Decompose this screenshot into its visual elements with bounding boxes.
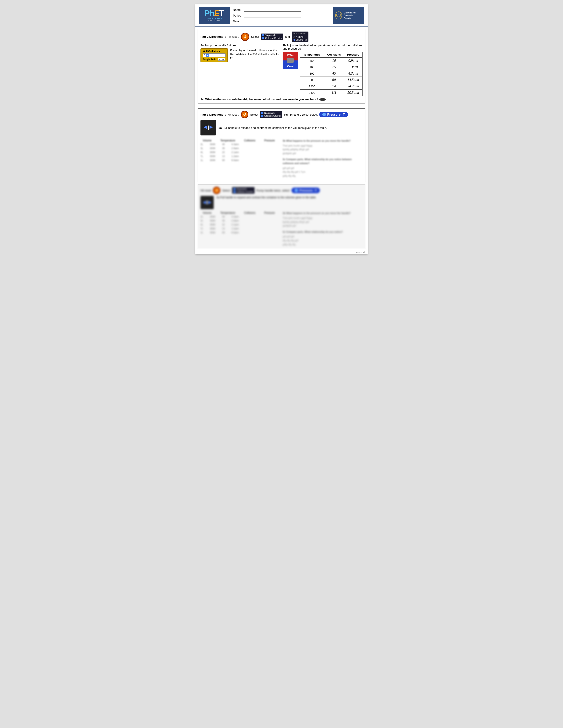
name-label: Name xyxy=(233,8,244,11)
cell-collisions: 45 xyxy=(324,70,344,77)
part2-select-text: Select xyxy=(251,35,259,38)
phet-simulations-label: SIMULATIONS xyxy=(208,20,220,21)
part-2c: 2c. What mathematical relationship betwe… xyxy=(200,98,363,101)
volume-label: Volume (V) xyxy=(296,39,307,41)
cu-emblem: CU xyxy=(335,11,342,19)
heat-label: Heat xyxy=(287,53,294,56)
period-field-row: Period xyxy=(233,13,331,17)
p4-bth-temp: Temperature xyxy=(220,211,235,214)
part3-stopwatch-widget: Stopwatch Collision Counter xyxy=(260,111,283,118)
period-label: Period xyxy=(233,14,244,17)
part2-label: Part 2 Directions xyxy=(200,35,223,38)
cell-pressure: 14.5atm xyxy=(344,77,362,83)
left-arrow-icon: ◀ xyxy=(203,124,207,131)
p4-stopwatch: Stopwatch Collision Counter xyxy=(232,187,254,194)
page: PhET INTERACTIVE SIMULATIONS Name Period… xyxy=(195,4,368,254)
name-input-line[interactable] xyxy=(244,8,302,12)
blurred-row: 4L300K222.1atm xyxy=(200,151,280,154)
p4-bar: I xyxy=(206,199,208,206)
step-3a-label: 3a xyxy=(218,126,222,129)
p4-select-text: Select xyxy=(222,189,230,192)
part3-blurred-content: Volume Temperature Collisions Pressure 2… xyxy=(200,137,363,180)
p4-reset-text: Hit reset xyxy=(200,189,211,192)
cell-temp: 100 xyxy=(300,64,324,70)
nothing-radio[interactable]: Nothing xyxy=(294,36,307,38)
row-2a-2b: 2a Pump the handle 2 times. Wall Collisi… xyxy=(200,44,363,96)
p4-pressure-label: Pressure ↑T xyxy=(300,189,317,192)
p4-blurred-right: 3b What happens to the pressure as you m… xyxy=(283,211,363,246)
section-divider xyxy=(197,106,366,106)
p4-bth-vol: Volume xyxy=(203,211,211,214)
step-2a-label: 2a xyxy=(200,44,203,47)
part4-blurred-content: Hit reset ↺ Select Stopwatch Collision C… xyxy=(200,187,363,246)
cell-pressure: 0.9atm xyxy=(344,58,362,64)
step-2b-label: 2b xyxy=(283,44,286,47)
collision-counter-checkbox[interactable] xyxy=(262,37,264,39)
phet-logo-text: PhET xyxy=(204,9,224,17)
cell-pressure: 4.3atm xyxy=(344,70,362,77)
p4-cc-label: Collision Counter xyxy=(236,191,253,193)
part3-reset-button[interactable]: ↺ xyxy=(241,111,248,118)
blurred-row: 3L300K302.9atm xyxy=(200,147,280,150)
p4-sw-cb[interactable] xyxy=(233,188,235,190)
form-fields: Name Period Date xyxy=(233,7,331,24)
volume-radio-dot xyxy=(294,39,295,41)
heat-cool-widget[interactable]: Heat Cool xyxy=(283,52,298,69)
part3-select-text: Select xyxy=(250,113,258,116)
period-input-line[interactable] xyxy=(244,13,302,17)
p4-cc-cb[interactable] xyxy=(233,191,235,193)
part3-label: Part 3 Directions xyxy=(200,113,223,116)
step-2b-instruction: 2b Adjust to the desired temperatures an… xyxy=(283,44,363,50)
part3-blurred-left: Volume Temperature Collisions Pressure 2… xyxy=(200,139,280,178)
p4-circle-icon xyxy=(295,189,298,192)
nothing-radio-dot xyxy=(294,36,295,38)
col-header-pressure: Pressure xyxy=(344,52,362,58)
blurred-question2: 3c Compare parts. What relationship do y… xyxy=(283,158,363,178)
hold-constant-title: Hold Constant xyxy=(294,32,307,35)
cell-temp: 50 xyxy=(300,58,324,64)
wc-period-value[interactable]: 10 ps xyxy=(218,58,225,61)
step-2b-text: Adjust to the desired temperatures and r… xyxy=(283,44,362,50)
step-2a-text: Pump the handle 2 times. xyxy=(204,44,237,47)
blurred-question1: 3b What happens to the pressure as you m… xyxy=(283,139,363,155)
footer-note: mstmc.pdf xyxy=(197,251,366,253)
phet-interactive-label: INTERACTIVE xyxy=(206,18,222,20)
blurred-row: 7L300K131.2atm xyxy=(200,155,280,158)
date-input-line[interactable] xyxy=(244,19,302,23)
part3-pump-text: Pump handle twice, select xyxy=(284,113,318,116)
table-row: 100252.3atm xyxy=(300,64,363,70)
p3-collision-cb[interactable] xyxy=(261,115,263,117)
step-3a: 3a Pull handle to expand and contract th… xyxy=(218,126,327,129)
p4-left-arrow: ◀ xyxy=(203,199,206,206)
date-label: Date xyxy=(233,20,244,23)
cell-pressure: 2.3atm xyxy=(344,64,362,70)
p4-reset-btn[interactable]: ↺ xyxy=(213,187,220,194)
date-field-row: Date xyxy=(233,19,331,23)
volume-radio[interactable]: Volume (V) xyxy=(294,39,307,41)
p4-row4: 7L300K131.2atm xyxy=(200,227,280,230)
part2-hit-reset-text: Hit reset. xyxy=(227,35,239,38)
p4-right-arrow: ▶ xyxy=(208,199,211,206)
p3-stopwatch-cb[interactable] xyxy=(261,112,263,114)
wc-play-btn[interactable]: ▶ xyxy=(206,54,209,57)
part3-blurred-right: 3b What happens to the pressure as you m… xyxy=(283,139,363,178)
p4-row2: 3L300K302.9atm xyxy=(200,219,280,222)
pressure-t-button[interactable]: Pressure ↑T xyxy=(319,112,348,117)
p4-row1: 2L300K454.3atm xyxy=(200,215,280,218)
hc-slider[interactable] xyxy=(287,58,294,63)
bth-pressure: Pressure xyxy=(264,139,275,142)
table-row: 6006014.5atm xyxy=(300,77,363,83)
step-3a-text: Pull handle to expand and contract the c… xyxy=(222,126,327,129)
cool-label: Cool xyxy=(287,65,294,68)
reset-button[interactable]: ↺ xyxy=(241,33,249,41)
p4-pump-text: Pump handle twice, select xyxy=(256,189,290,192)
wc-counter: 0 ▶ xyxy=(203,53,226,57)
cu-logo: CU University of Colorado Boulder xyxy=(334,7,364,24)
cell-collisions: 25 xyxy=(324,64,344,70)
p4-pressure-t-btn[interactable]: Pressure ↑T xyxy=(292,188,320,193)
cell-collisions: 74 xyxy=(324,83,344,90)
p4-sw-label: Stopwatch xyxy=(236,188,247,190)
cell-temp: 600 xyxy=(300,77,324,83)
p4-blurred-left: Volume Temperature Collisions Pressure 2… xyxy=(200,211,280,246)
stopwatch-checkbox[interactable] xyxy=(262,34,264,36)
